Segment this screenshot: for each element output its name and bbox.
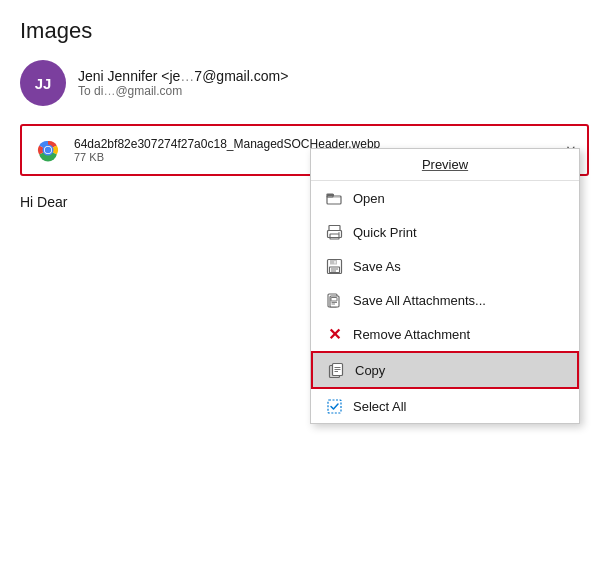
- svg-point-11: [338, 232, 340, 234]
- sender-info: Jeni Jennifer <je…7@gmail.com> To di…@gm…: [78, 68, 288, 98]
- svg-rect-14: [329, 267, 339, 273]
- save-as-menu-item[interactable]: Save As: [311, 249, 579, 283]
- print-icon: [325, 223, 343, 241]
- open-folder-icon: [325, 189, 343, 207]
- save-as-label: Save As: [353, 259, 401, 274]
- save-all-menu-item[interactable]: Save All Attachments...: [311, 283, 579, 317]
- copy-label: Copy: [355, 363, 385, 378]
- quick-print-label: Quick Print: [353, 225, 417, 240]
- context-menu: Preview Open Quick Print: [310, 148, 580, 424]
- page-title: Images: [0, 0, 609, 54]
- svg-rect-7: [327, 197, 341, 198]
- quick-print-menu-item[interactable]: Quick Print: [311, 215, 579, 249]
- svg-rect-13: [330, 259, 337, 264]
- preview-menu-item[interactable]: Preview: [311, 149, 579, 181]
- copy-menu-item[interactable]: Copy: [313, 353, 577, 387]
- svg-rect-8: [329, 225, 340, 230]
- chrome-icon: [32, 134, 64, 166]
- copy-item-wrapper: Copy: [311, 351, 579, 389]
- copy-icon: [327, 361, 345, 379]
- sender-to: To di…@gmail.com: [78, 84, 288, 98]
- save-all-icon: [325, 291, 343, 309]
- remove-icon: ✕: [325, 325, 343, 343]
- select-all-icon: [325, 397, 343, 415]
- svg-point-3: [45, 147, 51, 153]
- email-header: JJ Jeni Jennifer <je…7@gmail.com> To di……: [0, 54, 609, 116]
- open-menu-item[interactable]: Open: [311, 181, 579, 215]
- svg-rect-10: [330, 234, 339, 239]
- avatar: JJ: [20, 60, 66, 106]
- remove-attachment-menu-item[interactable]: ✕ Remove Attachment: [311, 317, 579, 351]
- save-all-label: Save All Attachments...: [353, 293, 486, 308]
- select-all-menu-item[interactable]: Select All: [311, 389, 579, 423]
- remove-label: Remove Attachment: [353, 327, 470, 342]
- svg-rect-28: [328, 400, 341, 413]
- sender-name: Jeni Jennifer <je…7@gmail.com>: [78, 68, 288, 84]
- select-all-label: Select All: [353, 399, 406, 414]
- open-label: Open: [353, 191, 385, 206]
- save-as-icon: [325, 257, 343, 275]
